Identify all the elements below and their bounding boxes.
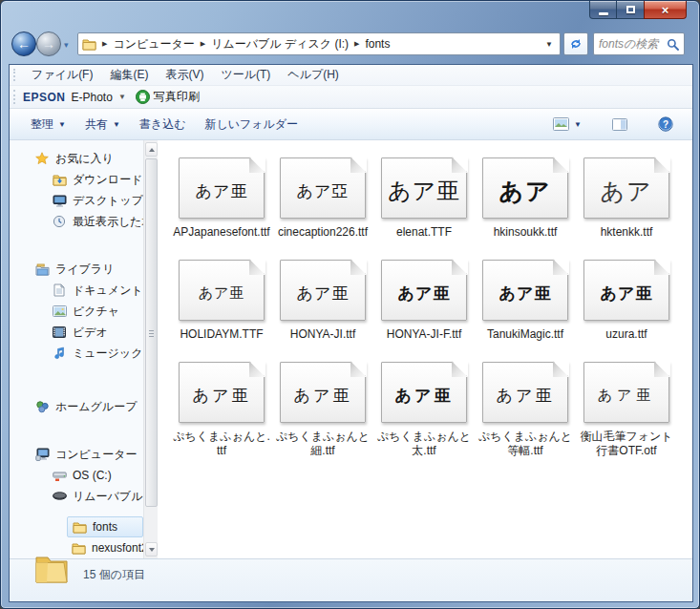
file-tile[interactable]: あア亜 HOLIDAYM.TTF — [171, 260, 272, 342]
computer-icon — [34, 447, 50, 462]
preview-pane-button[interactable] — [603, 118, 637, 131]
sidebar-scrollbar[interactable] — [143, 140, 158, 558]
file-tile[interactable]: あア亞 cinecaption226.ttf — [272, 158, 373, 240]
file-name: ぷちくまふぉんと.ttf — [173, 430, 270, 458]
refresh-button[interactable] — [563, 32, 588, 55]
font-file-icon: あア亜 — [280, 362, 366, 425]
file-tile[interactable]: あア亜 HONYA-JI-F.ttf — [373, 260, 475, 342]
sidebar-item-desktop[interactable]: デスクトップ — [10, 190, 143, 211]
file-name: HONYA-JI.ttf — [290, 327, 355, 342]
photo-print-button[interactable]: 写真印刷 — [154, 89, 200, 105]
breadcrumb-computer[interactable]: コンピューター — [113, 36, 194, 52]
breadcrumb-fonts[interactable]: fonts — [365, 37, 390, 51]
refresh-icon — [569, 37, 583, 51]
forward-arrow-icon: → — [42, 36, 55, 52]
file-tile[interactable]: あア亜 HONYA-JI.ttf — [272, 260, 373, 342]
help-button[interactable]: ? — [648, 116, 683, 132]
address-bar[interactable]: ▶ コンピューター ▶ リムーバブル ディスク (I:) ▶ fonts ▼ — [77, 32, 561, 55]
file-tile[interactable]: あア hktenkk.ttf — [576, 158, 677, 240]
hard-drive-icon — [52, 468, 67, 483]
file-name: HONYA-JI-F.ttf — [387, 327, 461, 342]
epson-ephoto-button[interactable]: E-Photo — [72, 91, 113, 104]
history-dropdown-icon[interactable]: ▾ — [64, 40, 69, 50]
menu-help[interactable]: ヘルプ(H) — [279, 67, 348, 83]
file-tile[interactable]: あア亜 ぷちくまふぉんと細.ttf — [272, 362, 373, 458]
font-file-icon: あア亜 — [583, 362, 669, 425]
font-file-icon: あア亜 — [482, 362, 568, 425]
maximize-button[interactable] — [617, 1, 644, 19]
sidebar-item-favorites[interactable]: お気に入り — [10, 148, 143, 169]
pictures-icon — [52, 304, 67, 319]
downloads-folder-icon — [52, 172, 67, 187]
font-file-icon: あア亜 — [381, 260, 467, 323]
file-tile[interactable]: あア亜 APJapanesefont.ttf — [171, 158, 272, 240]
file-tile[interactable]: あア亜 衡山毛筆フォント行書OTF.otf — [576, 362, 677, 458]
preview-pane-icon — [612, 118, 627, 131]
file-name: ぷちくまふぉんと細.ttf — [274, 430, 371, 458]
search-icon[interactable] — [667, 38, 679, 51]
forward-button[interactable]: → — [36, 32, 61, 56]
share-button[interactable]: 共有▼ — [75, 116, 130, 133]
sidebar-item-computer[interactable]: コンピューター — [10, 444, 143, 465]
file-tile[interactable]: あア hkinsoukk.ttf — [475, 158, 576, 240]
libraries-icon — [34, 262, 50, 277]
font-file-icon: あア亜 — [280, 260, 366, 323]
sidebar-item-downloads[interactable]: ダウンロード — [10, 169, 143, 190]
item-count: 15 個の項目 — [83, 567, 145, 583]
window-controls: × — [589, 1, 687, 20]
menu-edit[interactable]: 編集(E) — [101, 67, 157, 83]
minimize-icon — [599, 12, 608, 15]
file-tile[interactable]: あア亜 uzura.ttf — [576, 260, 677, 342]
sidebar-item-pictures[interactable]: ピクチャ — [10, 301, 143, 322]
sidebar-item-libraries[interactable]: ライブラリ — [10, 259, 143, 280]
sidebar-item-documents[interactable]: ドキュメント — [10, 280, 143, 301]
share-dropdown-icon: ▼ — [113, 120, 120, 129]
font-file-icon: あア亜 — [381, 158, 467, 220]
sidebar-item-videos[interactable]: ビデオ — [10, 322, 143, 343]
sidebar-item-os-c[interactable]: OS (C:) — [10, 465, 143, 486]
file-tile[interactable]: あア亜 ぷちくまふぉんと等幅.ttf — [475, 362, 576, 458]
navigation-bar: ← → ▾ ▶ コンピューター ▶ リムーバブル ディスク (I:) ▶ fon… — [1, 31, 700, 57]
minimize-button[interactable] — [589, 1, 617, 19]
breadcrumb-separator-icon: ▶ — [102, 40, 107, 48]
file-tile[interactable]: あア亜 TanukiMagic.ttf — [475, 260, 576, 342]
triangle-down-icon — [149, 548, 155, 552]
scrollbar-thumb[interactable] — [145, 158, 158, 507]
menu-view[interactable]: 表示(V) — [157, 67, 212, 83]
close-button[interactable]: × — [644, 1, 687, 19]
sidebar-item-recent-places[interactable]: 最近表示した場所 — [10, 211, 143, 232]
breadcrumb-removable-disk[interactable]: リムーバブル ディスク (I:) — [211, 36, 349, 52]
sidebar-item-fonts[interactable]: fonts — [67, 516, 143, 537]
font-file-icon: あア亜 — [179, 362, 265, 425]
file-tile[interactable]: あア亜 ぷちくまふぉんと太.ttf — [373, 362, 475, 458]
burn-button[interactable]: 書き込む — [130, 116, 196, 133]
scroll-up-button[interactable] — [145, 142, 158, 157]
photo-print-icon — [136, 90, 150, 104]
breadcrumb-separator-icon: ▶ — [201, 40, 205, 48]
font-file-icon: あア亜 — [179, 260, 265, 323]
back-button[interactable]: ← — [11, 32, 36, 56]
file-name: ぷちくまふぉんと太.ttf — [375, 430, 473, 458]
sidebar-item-music[interactable]: ミュージック — [10, 343, 143, 364]
menu-file[interactable]: ファイル(F) — [23, 67, 101, 83]
sidebar-item-nexusfont[interactable]: nexusfont2.5 — [10, 537, 143, 558]
search-placeholder: fontsの検索 — [599, 36, 667, 52]
folder-icon — [71, 540, 86, 556]
epson-dropdown-icon[interactable]: ▼ — [118, 93, 126, 101]
address-dropdown-icon[interactable]: ▼ — [542, 40, 556, 49]
desktop-icon — [52, 193, 67, 208]
file-list: あア亜 APJapanesefont.ttf あア亞 cinecaption22… — [158, 140, 692, 558]
font-file-icon: あア亜 — [381, 362, 467, 425]
recent-places-icon — [52, 214, 67, 229]
file-tile[interactable]: あア亜 elenat.TTF — [373, 158, 475, 240]
sidebar-item-removable-disk[interactable]: リムーバブル ディスク — [10, 486, 143, 507]
search-box[interactable]: fontsの検索 — [593, 32, 685, 55]
details-pane: 15 個の項目 — [10, 558, 692, 601]
menu-tools[interactable]: ツール(T) — [212, 67, 279, 83]
scroll-down-button[interactable] — [145, 542, 158, 556]
organize-button[interactable]: 整理▼ — [21, 116, 75, 133]
change-view-button[interactable]: ▼ — [543, 117, 591, 131]
sidebar-item-homegroup[interactable]: ホームグループ — [10, 396, 143, 417]
file-tile[interactable]: あア亜 ぷちくまふぉんと.ttf — [171, 362, 272, 458]
new-folder-button[interactable]: 新しいフォルダー — [195, 116, 308, 133]
